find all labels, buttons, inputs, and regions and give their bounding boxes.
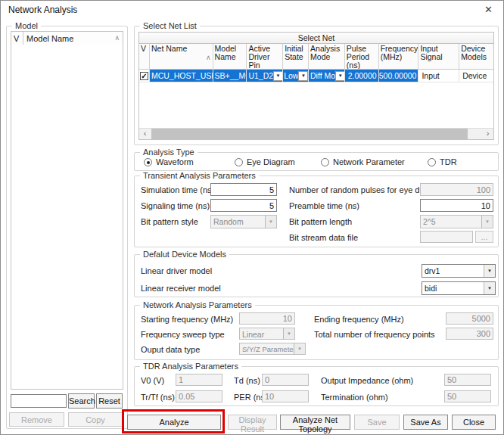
signaling-time-label: Signaling time (ns) bbox=[141, 201, 210, 210]
network-analysis-dialog: Network Analysis ✕ Model V Model Name ∧ … bbox=[0, 0, 504, 435]
radio-network-parameter-label: Network Parameter bbox=[333, 157, 405, 166]
copy-button: Copy bbox=[68, 412, 123, 427]
column-header-device-models[interactable]: Device Models bbox=[459, 44, 493, 69]
net-table: V Net Name ∧ Model Name Active Driver Pi… bbox=[138, 43, 494, 140]
analysis-type-group-label: Analysis Type bbox=[140, 148, 198, 157]
tr-tf-label: Tr/Tf (ns) bbox=[141, 393, 175, 402]
simulation-time-input[interactable] bbox=[210, 183, 277, 196]
model-group: Model V Model Name ∧ Search Reset Remove… bbox=[6, 26, 128, 429]
analyze-net-topology-button[interactable]: Analyze Net Topology bbox=[280, 415, 350, 430]
dropdown-arrow-icon: ▼ bbox=[294, 343, 305, 354]
linear-receiver-model-select[interactable]: bidi ▼ bbox=[422, 281, 496, 295]
select-net-list-group-label: Select Net List bbox=[140, 21, 200, 30]
ending-frequency-input bbox=[446, 312, 493, 325]
titlebar: Network Analysis ✕ bbox=[1, 1, 503, 17]
column-header-check[interactable]: V bbox=[139, 44, 150, 69]
bit-pattern-style-select: Random ▼ bbox=[210, 215, 277, 228]
row-device-models-cell[interactable]: Device bbox=[459, 70, 493, 82]
model-list-header[interactable]: V Model Name ∧ bbox=[11, 31, 123, 45]
net-table-header: V Net Name ∧ Model Name Active Driver Pi… bbox=[139, 44, 493, 70]
radio-eye-diagram[interactable] bbox=[235, 158, 243, 166]
row-model-name-cell[interactable]: SB+__MCU bbox=[213, 70, 247, 82]
row-input-signal-cell[interactable]: Input bbox=[418, 70, 459, 82]
column-header-analysis-mode[interactable]: Analysis Mode bbox=[309, 44, 345, 69]
search-button[interactable]: Search bbox=[68, 393, 95, 409]
sort-asc-icon: ∧ bbox=[114, 34, 120, 42]
dropdown-arrow-icon[interactable]: ▼ bbox=[335, 71, 345, 81]
signaling-time-input[interactable] bbox=[210, 199, 277, 212]
column-header-initial-state[interactable]: Initial State bbox=[283, 44, 309, 69]
column-header-input-signal[interactable]: Input Signal bbox=[418, 44, 459, 69]
radio-tdr[interactable] bbox=[428, 158, 436, 166]
linear-driver-model-select[interactable]: drv1 ▼ bbox=[422, 264, 496, 278]
row-checkbox[interactable]: ✓ bbox=[140, 72, 148, 80]
linear-driver-model-label: Linear driver model bbox=[141, 266, 212, 275]
column-header-model-name[interactable]: Model Name bbox=[213, 44, 247, 69]
termination-input bbox=[444, 390, 491, 402]
column-header-active-driver-pin[interactable]: Active Driver Pin bbox=[247, 44, 283, 69]
model-name-column-header[interactable]: Model Name ∧ bbox=[23, 34, 123, 43]
save-as-button[interactable]: Save As bbox=[403, 415, 448, 430]
preamble-time-label: Preamble time (ns) bbox=[289, 201, 359, 210]
analysis-type-group: Analysis Type Waveform Eye Diagram Netwo… bbox=[134, 152, 499, 171]
horizontal-scrollbar[interactable]: ‹ › bbox=[139, 128, 493, 139]
tdr-params-group: TDR Analysis Parameters V0 (V) Td (ns) O… bbox=[134, 366, 499, 406]
model-check-column-header[interactable]: V bbox=[11, 32, 23, 45]
preamble-time-input[interactable] bbox=[420, 199, 493, 212]
row-active-driver-pin-cell[interactable]: U1_D2 ▼ bbox=[247, 70, 283, 82]
output-impedance-label: Output Impedance (ohm) bbox=[321, 376, 413, 385]
starting-frequency-input bbox=[239, 312, 295, 325]
dropdown-arrow-icon: ▼ bbox=[283, 328, 294, 339]
row-pulse-period-cell[interactable]: 2.00000 bbox=[345, 70, 379, 82]
transient-group-label: Transient Analysis Parameters bbox=[140, 171, 259, 180]
dropdown-arrow-icon: ▼ bbox=[265, 216, 276, 228]
linear-receiver-model-label: Linear receiver model bbox=[141, 284, 221, 293]
column-header-pulse-period[interactable]: Pulse Period (ns) bbox=[345, 44, 379, 69]
v0-input bbox=[176, 374, 222, 386]
scroll-right-icon[interactable]: › bbox=[482, 129, 493, 140]
row-frequency-cell[interactable]: 500.00000 bbox=[379, 70, 419, 82]
random-pulses-input bbox=[420, 183, 493, 196]
column-header-frequency[interactable]: Frequency (MHz) bbox=[379, 44, 419, 69]
row-check-cell[interactable]: ✓ bbox=[139, 70, 150, 82]
radio-tdr-label: TDR bbox=[440, 157, 457, 166]
dropdown-arrow-icon[interactable]: ▼ bbox=[484, 282, 495, 294]
dropdown-arrow-icon: ▼ bbox=[481, 216, 493, 228]
row-analysis-mode-cell[interactable]: Diff Mo ▼ bbox=[309, 70, 345, 82]
scroll-left-icon[interactable]: ‹ bbox=[139, 129, 151, 140]
radio-network-parameter[interactable] bbox=[321, 158, 329, 166]
analyze-button[interactable]: Analyze bbox=[127, 415, 221, 430]
remove-button: Remove bbox=[9, 412, 64, 427]
model-search-input[interactable] bbox=[11, 394, 67, 408]
starting-frequency-label: Starting frequency (MHz) bbox=[141, 315, 233, 324]
close-button[interactable]: Close bbox=[452, 415, 496, 430]
model-list[interactable] bbox=[11, 45, 123, 390]
scrollbar-thumb[interactable] bbox=[151, 129, 468, 139]
select-net-header[interactable]: Select Net bbox=[138, 32, 494, 44]
row-initial-state-cell[interactable]: Low ▼ bbox=[283, 70, 309, 82]
network-params-group: Network Analysis Parameters Starting fre… bbox=[134, 305, 499, 360]
column-header-net-name[interactable]: Net Name ∧ bbox=[150, 44, 213, 69]
bit-stream-file-input bbox=[420, 231, 473, 243]
radio-waveform[interactable] bbox=[144, 158, 152, 166]
reset-button[interactable]: Reset bbox=[96, 393, 123, 409]
dropdown-arrow-icon[interactable]: ▼ bbox=[298, 71, 308, 81]
td-label: Td (ns) bbox=[234, 376, 260, 385]
display-result-button: Display Result bbox=[228, 415, 277, 430]
row-net-name-cell[interactable]: MCU_HOST_USB+ bbox=[150, 70, 213, 82]
total-frequency-points-input bbox=[446, 328, 493, 340]
radio-waveform-label: Waveform bbox=[156, 157, 194, 166]
close-icon[interactable]: ✕ bbox=[484, 4, 493, 15]
bit-pattern-length-label: Bit pattern length bbox=[289, 217, 352, 226]
dropdown-arrow-icon[interactable]: ▼ bbox=[484, 265, 495, 277]
v0-label: V0 (V) bbox=[141, 376, 164, 385]
transient-params-group: Transient Analysis Parameters Simulation… bbox=[134, 176, 499, 247]
radio-eye-diagram-label: Eye Diagram bbox=[247, 157, 295, 166]
save-button: Save bbox=[354, 415, 400, 430]
table-row[interactable]: ✓ MCU_HOST_USB+ SB+__MCU U1_D2 ▼ Low ▼ D… bbox=[139, 70, 493, 82]
termination-label: Termination (ohm) bbox=[321, 393, 388, 402]
output-impedance-input bbox=[444, 374, 491, 386]
bit-pattern-length-select: 2^5 ▼ bbox=[420, 215, 493, 228]
dropdown-arrow-icon[interactable]: ▼ bbox=[273, 71, 283, 81]
sort-asc-icon: ∧ bbox=[206, 54, 211, 62]
